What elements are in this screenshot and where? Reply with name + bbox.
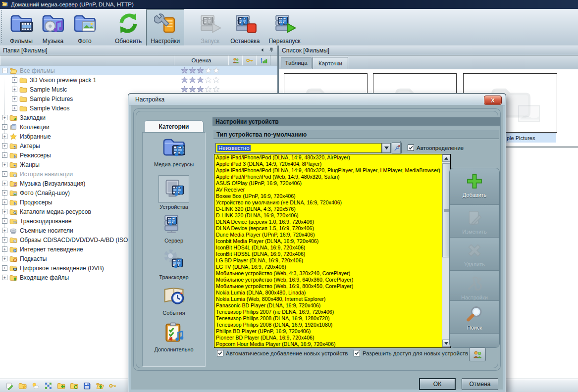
users-icon[interactable] [228,55,243,65]
device-list-item[interactable]: Телевизор Philips 2007 (не DLNA, 16:9, 7… [214,309,450,315]
device-list-item[interactable]: Pioneer BD Player (DLNA, 16:9, 720x406) [214,335,450,341]
rating-stars[interactable] [181,67,220,74]
device-list-item[interactable]: Мобильное устройство (Web, 16:9, 640x360… [214,277,450,283]
combobox-dropdown-button[interactable] [382,143,391,153]
device-type-combobox[interactable]: Неизвестно [215,143,382,153]
key-icon[interactable] [106,382,119,390]
toolbar-button-фильмы[interactable]: Фильмы [5,9,37,46]
device-list-item[interactable]: Boxee Box (UPnP, 16:9, 720x406) [214,193,450,199]
tree-toggle[interactable]: + [2,115,7,120]
tree-toggle[interactable]: − [2,68,7,73]
device-list-item[interactable]: DLNA Device (версия 1.0, 16:9, 720x406) [214,219,450,225]
tab-cards[interactable]: Карточки [313,57,348,69]
tree-toggle[interactable]: + [2,199,7,205]
category-5[interactable]: События [143,284,205,316]
folder-import-icon[interactable] [54,382,67,390]
toolbar-button-запуск[interactable]: Запуск [194,9,226,46]
tree-toggle[interactable]: + [2,124,7,130]
tree-toggle[interactable]: + [2,256,7,261]
настройки-button[interactable]: Настройки [450,271,499,301]
tree-toggle[interactable]: + [12,87,17,92]
device-list-item[interactable]: Philips BD Player (UPnP, 16:9, 720x406) [214,328,450,335]
allow-access-checkbox[interactable] [354,350,360,356]
category-1[interactable]: Медиа-ресурсы [143,136,205,167]
tab-table[interactable]: Таблица [281,57,312,68]
device-list-item[interactable]: D-LINK 320 (DLNA, 4:3, 720x576) [214,206,450,212]
toolbar-button-остановка[interactable]: Остановка [226,9,264,46]
device-list-item[interactable]: Apple iPad/iPhone/iPod (DLNA, 14:9, 480x… [214,154,450,161]
tree-toggle[interactable]: + [2,218,7,224]
device-list-item[interactable]: Телевизор Philips 2008 (DLNA, 16:9, 1280… [214,315,450,322]
tree-toggle[interactable]: + [2,162,7,167]
folder-export-icon[interactable] [93,382,106,390]
toolbar-button-музыка[interactable]: Музыка [37,9,69,46]
tree-toggle[interactable]: + [2,171,7,177]
device-list-item[interactable]: Мобильное устройство (Web, 4:3, 320x240,… [214,270,450,277]
auto-add-devices-checkbox[interactable] [217,350,223,356]
rating-column-header[interactable]: Оценка [174,55,229,65]
tree-toggle[interactable]: + [2,246,7,252]
toolbar-button-фото[interactable]: Фото [69,9,101,46]
tree-toggle[interactable]: + [2,143,7,148]
rating-stars[interactable] [181,76,220,84]
device-list-item[interactable]: IconBit HDS4L (DLNA, 16:9, 720x406) [214,245,450,251]
tree-toggle[interactable]: + [2,181,7,186]
tree-toggle[interactable]: + [2,237,7,243]
device-list-item[interactable]: IconBit HDS5L (DLNA, 16:9, 720x406) [214,251,450,257]
autodetect-checkbox[interactable] [408,145,414,151]
device-list-item[interactable]: Panasonic BD Player (DLNA, 16:9, 720x406… [214,302,450,309]
device-list-item[interactable]: Apple iPad/iPhone/iPod (Web, 14:9, 480x3… [214,174,450,180]
удалить-button[interactable]: Удалить [450,238,499,271]
key-icon[interactable] [242,55,257,65]
device-list-item[interactable]: LG BD Player (DLNA, 16:9, 720x406) [214,257,450,264]
toolbar-button-настройки[interactable]: Настройки [146,9,184,46]
weather-icon[interactable] [29,382,42,390]
tree-toggle[interactable]: + [2,190,7,196]
chevron-left-icon[interactable] [260,47,265,54]
rating-stars[interactable] [181,86,220,93]
tree-toggle[interactable]: + [2,228,7,233]
toolbar-button-обновить[interactable]: Обновить [110,9,146,46]
tree-item[interactable]: −Все фильмы [0,66,277,75]
device-list-item[interactable]: Popcorn Hour Media Player (DLNA, 16:9, 7… [214,341,450,347]
tree-toggle[interactable]: + [2,265,7,271]
device-list-item[interactable]: Nokia Lumia (Web, 800x480, Internet Expl… [214,296,450,302]
tree-toggle[interactable]: + [2,152,7,158]
device-list-item[interactable]: ASUS O!Play (UPnP, 16:9, 720x406) [214,180,450,187]
category-4[interactable]: Транскодер [143,248,205,280]
tree-toggle[interactable]: + [2,209,7,214]
edit-note-icon[interactable] [3,382,16,390]
folder-star-icon[interactable] [16,382,29,390]
device-list-item[interactable]: DLNA Device (версия 1.5, 16:9, 720x406) [214,225,450,232]
folder-refresh-icon[interactable] [67,382,80,390]
stats-icon[interactable] [256,55,270,65]
save-icon[interactable] [80,382,93,390]
device-list-item[interactable]: Dune Media Player (UPnP, 16:9, 720x406) [214,232,450,238]
name-column-header[interactable] [0,55,174,65]
category-3[interactable]: Сервер [143,212,205,244]
pin-icon[interactable] [268,47,274,54]
device-list-item[interactable]: Apple iPad 3 (DLNA, 14:9, 720x404, 8Play… [214,161,450,167]
добавить-button[interactable]: Добавить [450,168,499,205]
device-list-item[interactable]: Nokia Lumia (DLNA, 800x480, Linada) [214,290,450,296]
device-list-item[interactable]: Телевизор Philips 2008 (DLNA, 16:9, 1920… [214,322,450,328]
category-2[interactable]: Устройства [143,175,205,210]
close-icon[interactable]: X [484,96,502,105]
users-button[interactable] [469,347,486,361]
tree-toggle[interactable]: + [12,105,17,111]
tree-toggle[interactable]: + [2,275,7,280]
scroll-up-icon[interactable] [442,154,450,162]
device-list-item[interactable]: Apple iPad/iPhone/iPod (DLNA, 14:9, 480x… [214,167,450,174]
device-list-item[interactable]: D-LINK 320 (DLNA, 16:9, 720x406) [214,212,450,219]
tree-item[interactable]: +3D Vision preview pack 1 [0,75,277,85]
device-list-item[interactable]: Iconbit Media Player (DLNA, 16:9, 720x40… [214,238,450,245]
device-list-item[interactable]: LG TV (DLNA, 16:9, 720x406) [214,264,450,270]
device-list-item[interactable]: AV Receiver [214,187,450,193]
toolbar-grip[interactable] [1,10,4,43]
tree-toggle[interactable]: + [12,77,17,83]
category-6[interactable]: Дополнительно [143,321,205,352]
изменить-button[interactable]: Изменить [450,205,499,238]
mosaic-icon[interactable] [42,382,54,390]
tree-toggle[interactable]: + [2,134,7,139]
tab-categories[interactable]: Категории [144,120,204,133]
